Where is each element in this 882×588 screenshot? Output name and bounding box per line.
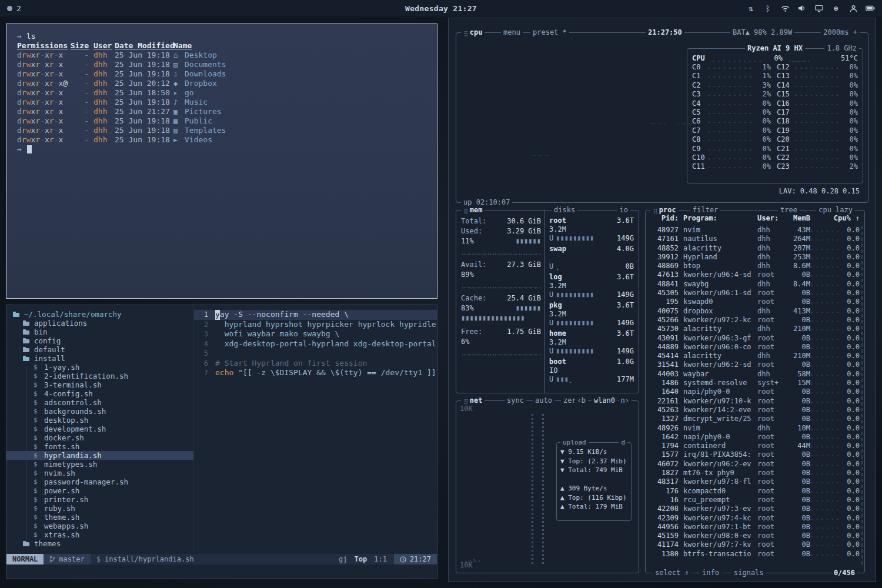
process-row[interactable]: 42309 kworker/u97:4-kc root 0B ⠄⠄⠄⠄⠄⠄ 0.…: [650, 514, 860, 523]
process-row[interactable]: 1640 napi/phy0-0 root 0B ⠄⠄⠄⠄⠄⠄ 0.0: [650, 387, 860, 396]
wifi-icon[interactable]: [780, 4, 790, 13]
process-row[interactable]: 48926 nvim dhh 10M ⠄⠄⠄⠄⠄⠄ 0.0: [650, 424, 860, 433]
process-row[interactable]: 40075 dropbox dhh 413M ⠄⠄⠄⠄⠄⠄ 0.0: [650, 307, 860, 316]
user-icon[interactable]: [848, 4, 858, 13]
tree-item[interactable]: theme.sh: [6, 513, 193, 522]
process-row[interactable]: 22161 kworker/u97:10-k root 0B ⠄⠄⠄⠄⠄⠄ 0.…: [650, 397, 860, 406]
tree-item[interactable]: backgrounds.sh: [6, 407, 193, 416]
process-row[interactable]: 1577 irq/81-PIXA3854: root 0B ⠄⠄⠄⠄⠄⠄ 0.0: [650, 450, 860, 459]
tree-item[interactable]: ~/.local/share/omarchy: [6, 310, 193, 319]
next-interface-button[interactable]: n›: [619, 396, 632, 405]
tree-item[interactable]: mimetypes.sh: [6, 460, 193, 469]
volume-icon[interactable]: [797, 4, 807, 13]
code-line[interactable]: 3 wofi waybar mako swaybg \: [194, 329, 437, 339]
process-row[interactable]: 45263 kworker/14:2-eve root 0B ⠄⠄⠄⠄⠄⠄ 0.…: [650, 406, 860, 415]
prev-interface-button[interactable]: ‹b: [575, 396, 588, 405]
sync-toggle[interactable]: sync: [505, 396, 526, 405]
process-row[interactable]: 46072 kworker/u96:2-ev root 0B ⠄⠄⠄⠄⠄⠄ 0.…: [650, 460, 860, 469]
preset-button[interactable]: preset *: [530, 28, 569, 37]
tree-item[interactable]: 3-terminal.sh: [6, 380, 193, 389]
tree-item[interactable]: webapps.sh: [6, 522, 193, 530]
code-line[interactable]: 6# Start Hyprland on first session: [194, 359, 437, 369]
file-tree-panel[interactable]: ~/.local/share/omarchy applications bin: [6, 305, 193, 554]
globe-icon[interactable]: ⊕: [831, 4, 841, 13]
code-line[interactable]: 2 hyprland hyprshot hyprpicker hyprlock …: [194, 320, 437, 330]
process-row[interactable]: 1827 mt76-tx phy0 root 0B ⠄⠄⠄⠄⠄⠄ 0.0: [650, 469, 860, 477]
cpu-panel-title[interactable]: ⣶cpu: [461, 28, 485, 37]
process-row[interactable]: 48852 alacritty dhh 207M ⠄⠄⠄⠄⠄⠄ 0.0: [650, 244, 860, 253]
process-row[interactable]: 39912 Hyprland dhh 253M ⠄⠄⠄⠄⠄⠄ 0.0: [650, 253, 860, 262]
tray-updown-icon[interactable]: ⇅: [746, 4, 756, 13]
process-row[interactable]: 48869 btop dhh 8.6M ⠄⠄⠄⠄⠄⠄ 0.0: [650, 262, 860, 270]
process-row[interactable]: 195 kswapd0 root 0B ⠄⠄⠄⠄⠄⠄ 0.0: [650, 298, 860, 306]
process-row[interactable]: 45730 alacritty dhh 210M ⠄⠄⠄⠄⠄⠄ 0.0: [650, 325, 860, 333]
tree-item[interactable]: 1-yay.sh: [6, 363, 193, 372]
tree-item[interactable]: nvim.sh: [6, 469, 193, 477]
sort-selector[interactable]: cpu lazy: [816, 206, 855, 215]
process-row[interactable]: 48841 swaybg dhh 8.4M ⠄⠄⠄⠄⠄⠄ 0.0: [650, 280, 860, 289]
process-row[interactable]: 43091 kworker/u96:3-gf root 0B ⠄⠄⠄⠄⠄⠄ 0.…: [650, 334, 860, 343]
editor-buffer[interactable]: 1yay -S --noconfirm --needed \ 2 hyprlan…: [193, 305, 437, 554]
info-button[interactable]: info: [700, 569, 721, 577]
tree-item[interactable]: bin: [6, 328, 193, 336]
tree-item[interactable]: password-manager.sh: [6, 477, 193, 486]
download-label[interactable]: d: [619, 438, 627, 447]
tree-item[interactable]: default: [6, 345, 193, 354]
code-line[interactable]: 5: [194, 349, 437, 359]
process-row[interactable]: 1486 systemd-resolve syst+ 15M ⠄⠄⠄⠄⠄⠄ 0.…: [650, 379, 860, 387]
command-line[interactable]: [6, 564, 437, 579]
process-row[interactable]: 1327 dmcrypt_write/25 root 0B ⠄⠄⠄⠄⠄⠄ 0.0: [650, 415, 860, 423]
process-row[interactable]: 42208 kworker/u97:3-ev root 0B ⠄⠄⠄⠄⠄⠄ 0.…: [650, 505, 860, 513]
net-panel-title[interactable]: ⣶net: [461, 396, 485, 405]
process-scrollbar[interactable]: [861, 226, 863, 566]
scroll-up-icon[interactable]: ↑: [856, 214, 860, 222]
disks-title[interactable]: disks: [552, 206, 577, 215]
tree-item[interactable]: themes: [6, 539, 193, 548]
process-row[interactable]: 47613 kworker/u96:4-sd root 0B ⠄⠄⠄⠄⠄⠄ 0.…: [650, 270, 860, 279]
code-line[interactable]: 7echo "[[ -z \$DISPLAY && \$(tty) == /de…: [194, 368, 437, 378]
tree-item[interactable]: install: [6, 354, 193, 363]
tree-item[interactable]: hyprlandia.sh: [6, 451, 193, 460]
process-row[interactable]: 44956 kworker/u97:1-bt root 0B ⠄⠄⠄⠄⠄⠄ 0.…: [650, 523, 860, 532]
code-line[interactable]: 1yay -S --noconfirm --needed \: [194, 310, 437, 320]
code-line[interactable]: 4 xdg-desktop-portal-hyprland xdg-deskto…: [194, 339, 437, 349]
process-row[interactable]: 1642 napi/phy0-0 root 0B ⠄⠄⠄⠄⠄⠄ 0.0: [650, 433, 860, 442]
tree-item[interactable]: applications: [6, 319, 193, 328]
tree-toggle[interactable]: tree: [778, 206, 800, 215]
process-row[interactable]: 1380 btrfs-transactio root 0B ⠄⠄⠄⠄⠄⠄ 0.0: [650, 550, 860, 559]
process-row[interactable]: 1794 containerd root 44M ⠄⠄⠄⠄⠄⠄ 0.0: [650, 442, 860, 450]
bluetooth-icon[interactable]: ᛒ: [763, 4, 773, 13]
process-row[interactable]: 45414 alacritty dhh 210M ⠄⠄⠄⠄⠄⠄ 0.0: [650, 352, 860, 360]
tree-item[interactable]: printer.sh: [6, 495, 193, 504]
io-toggle[interactable]: io: [617, 206, 630, 215]
mem-panel-title[interactable]: ⣶mem: [461, 206, 485, 215]
tree-item[interactable]: development.sh: [6, 425, 193, 433]
display-icon[interactable]: [814, 4, 824, 13]
tree-item[interactable]: adscontrol.sh: [6, 398, 193, 407]
process-row[interactable]: 16 rcu_preempt root 0B ⠄⠄⠄⠄⠄⠄ 0.0: [650, 496, 860, 505]
menu-button[interactable]: menu: [501, 28, 523, 37]
tree-item[interactable]: ruby.sh: [6, 504, 193, 513]
process-row[interactable]: 44003 waybar dhh 58M ⠄⠄⠄⠄⠄⠄ 0.0: [650, 370, 860, 379]
process-row[interactable]: 45305 kworker/u96:1-sd root 0B ⠄⠄⠄⠄⠄⠄ 0.…: [650, 289, 860, 298]
auto-toggle[interactable]: auto: [533, 396, 554, 405]
proc-panel-title[interactable]: ⣶proc: [650, 206, 679, 215]
process-row[interactable]: 44889 kworker/u96:0-co root 0B ⠄⠄⠄⠄⠄⠄ 0.…: [650, 343, 860, 352]
tree-item[interactable]: power.sh: [6, 486, 193, 495]
select-button[interactable]: select ↑: [653, 569, 691, 577]
refresh-interval[interactable]: 2000ms +: [821, 28, 860, 37]
tree-item[interactable]: fonts.sh: [6, 442, 193, 451]
filter-button[interactable]: filter: [690, 206, 720, 215]
tree-item[interactable]: xtras.sh: [6, 530, 193, 539]
process-row[interactable]: 47161 nautilus dhh 264M ⠄⠄⠄⠄⠄⠄ 0.0: [650, 235, 860, 243]
process-row[interactable]: 48927 nvim dhh 43M ⠄⠄⠄⠄⠄⠄ 0.0: [650, 226, 860, 235]
terminal-input-line[interactable]: →: [17, 145, 431, 154]
process-table-header[interactable]: Pid: Program: User: MemB Cpu% ↑: [650, 214, 860, 222]
process-row[interactable]: 45159 kworker/u98:0-ev root 0B ⠄⠄⠄⠄⠄⠄ 0.…: [650, 532, 860, 540]
tree-item[interactable]: 2-identification.sh: [6, 372, 193, 380]
workspace-indicator[interactable]: 2: [7, 4, 21, 13]
tree-item[interactable]: desktop.sh: [6, 416, 193, 425]
process-row[interactable]: 31541 kworker/u96:2-sd root 0B ⠄⠄⠄⠄⠄⠄ 0.…: [650, 360, 860, 369]
process-row[interactable]: 41174 kworker/u97:7-kv root 0B ⠄⠄⠄⠄⠄⠄ 0.…: [650, 540, 860, 549]
process-row[interactable]: 45266 kworker/u97:2-kc root 0B ⠄⠄⠄⠄⠄⠄ 0.…: [650, 316, 860, 325]
